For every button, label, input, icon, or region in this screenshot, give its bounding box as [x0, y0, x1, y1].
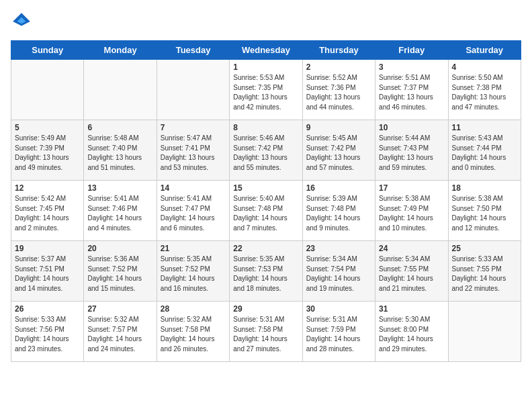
calendar-cell: 18Sunrise: 5:38 AM Sunset: 7:50 PM Dayli…	[448, 181, 521, 241]
calendar-week-row: 1Sunrise: 5:53 AM Sunset: 7:35 PM Daylig…	[11, 60, 521, 120]
calendar-week-row: 5Sunrise: 5:49 AM Sunset: 7:39 PM Daylig…	[11, 120, 521, 181]
calendar-cell: 7Sunrise: 5:47 AM Sunset: 7:41 PM Daylig…	[157, 120, 229, 181]
day-info: Sunrise: 5:32 AM Sunset: 7:58 PM Dayligh…	[161, 315, 226, 354]
day-number: 23	[306, 244, 371, 253]
day-info: Sunrise: 5:46 AM Sunset: 7:42 PM Dayligh…	[233, 134, 298, 173]
calendar-cell: 8Sunrise: 5:46 AM Sunset: 7:42 PM Daylig…	[230, 120, 302, 181]
day-number: 6	[87, 123, 152, 132]
day-info: Sunrise: 5:51 AM Sunset: 7:37 PM Dayligh…	[379, 73, 444, 112]
calendar-cell: 14Sunrise: 5:41 AM Sunset: 7:47 PM Dayli…	[157, 181, 229, 241]
col-header-sunday: Sunday	[11, 41, 84, 60]
day-info: Sunrise: 5:33 AM Sunset: 7:55 PM Dayligh…	[452, 255, 517, 293]
calendar-cell: 28Sunrise: 5:32 AM Sunset: 7:58 PM Dayli…	[157, 302, 229, 362]
calendar-cell: 11Sunrise: 5:43 AM Sunset: 7:44 PM Dayli…	[448, 120, 521, 181]
calendar-cell: 30Sunrise: 5:31 AM Sunset: 7:59 PM Dayli…	[302, 302, 375, 362]
day-number: 1	[233, 62, 298, 72]
calendar-cell: 27Sunrise: 5:32 AM Sunset: 7:57 PM Dayli…	[84, 302, 157, 362]
calendar-cell	[11, 60, 84, 120]
day-info: Sunrise: 5:35 AM Sunset: 7:53 PM Dayligh…	[233, 255, 298, 293]
calendar-week-row: 26Sunrise: 5:33 AM Sunset: 7:56 PM Dayli…	[11, 302, 521, 362]
calendar-table: SundayMondayTuesdayWednesdayThursdayFrid…	[11, 40, 521, 362]
day-info: Sunrise: 5:44 AM Sunset: 7:43 PM Dayligh…	[379, 134, 444, 173]
calendar-cell: 31Sunrise: 5:30 AM Sunset: 8:00 PM Dayli…	[375, 302, 448, 362]
day-info: Sunrise: 5:38 AM Sunset: 7:49 PM Dayligh…	[379, 194, 444, 233]
calendar-cell: 20Sunrise: 5:36 AM Sunset: 7:52 PM Dayli…	[84, 241, 157, 302]
day-number: 4	[452, 62, 517, 72]
calendar-cell: 16Sunrise: 5:39 AM Sunset: 7:48 PM Dayli…	[302, 181, 375, 241]
calendar-cell: 12Sunrise: 5:42 AM Sunset: 7:45 PM Dayli…	[11, 181, 84, 241]
calendar-cell: 23Sunrise: 5:34 AM Sunset: 7:54 PM Dayli…	[302, 241, 375, 302]
day-info: Sunrise: 5:32 AM Sunset: 7:57 PM Dayligh…	[87, 315, 152, 354]
calendar-cell: 13Sunrise: 5:41 AM Sunset: 7:46 PM Dayli…	[84, 181, 157, 241]
day-number: 29	[233, 304, 298, 314]
day-info: Sunrise: 5:41 AM Sunset: 7:46 PM Dayligh…	[87, 194, 152, 233]
calendar-cell: 26Sunrise: 5:33 AM Sunset: 7:56 PM Dayli…	[11, 302, 84, 362]
calendar-cell: 21Sunrise: 5:35 AM Sunset: 7:52 PM Dayli…	[157, 241, 229, 302]
day-info: Sunrise: 5:43 AM Sunset: 7:44 PM Dayligh…	[452, 134, 517, 173]
day-info: Sunrise: 5:33 AM Sunset: 7:56 PM Dayligh…	[15, 315, 80, 354]
day-number: 28	[161, 304, 226, 314]
day-number: 19	[15, 244, 80, 253]
col-header-saturday: Saturday	[448, 41, 521, 60]
day-info: Sunrise: 5:35 AM Sunset: 7:52 PM Dayligh…	[161, 255, 226, 293]
col-header-thursday: Thursday	[302, 41, 375, 60]
day-number: 3	[379, 62, 444, 72]
page-header	[11, 11, 521, 32]
day-info: Sunrise: 5:34 AM Sunset: 7:55 PM Dayligh…	[379, 255, 444, 293]
day-number: 11	[452, 123, 517, 132]
calendar-cell: 22Sunrise: 5:35 AM Sunset: 7:53 PM Dayli…	[230, 241, 302, 302]
day-info: Sunrise: 5:36 AM Sunset: 7:52 PM Dayligh…	[87, 255, 152, 293]
day-number: 8	[233, 123, 298, 132]
calendar-cell: 3Sunrise: 5:51 AM Sunset: 7:37 PM Daylig…	[375, 60, 448, 120]
day-number: 9	[306, 123, 371, 132]
day-info: Sunrise: 5:38 AM Sunset: 7:50 PM Dayligh…	[452, 194, 517, 233]
day-number: 21	[161, 244, 226, 253]
day-number: 24	[379, 244, 444, 253]
calendar-cell: 25Sunrise: 5:33 AM Sunset: 7:55 PM Dayli…	[448, 241, 521, 302]
day-info: Sunrise: 5:37 AM Sunset: 7:51 PM Dayligh…	[15, 255, 80, 293]
day-number: 30	[306, 304, 371, 314]
day-number: 27	[87, 304, 152, 314]
day-number: 7	[161, 123, 226, 132]
day-info: Sunrise: 5:41 AM Sunset: 7:47 PM Dayligh…	[161, 194, 226, 233]
day-number: 10	[379, 123, 444, 132]
day-info: Sunrise: 5:42 AM Sunset: 7:45 PM Dayligh…	[15, 194, 80, 233]
day-info: Sunrise: 5:34 AM Sunset: 7:54 PM Dayligh…	[306, 255, 371, 293]
col-header-wednesday: Wednesday	[230, 41, 302, 60]
day-info: Sunrise: 5:53 AM Sunset: 7:35 PM Dayligh…	[233, 73, 298, 112]
day-info: Sunrise: 5:39 AM Sunset: 7:48 PM Dayligh…	[306, 194, 371, 233]
col-header-tuesday: Tuesday	[157, 41, 229, 60]
calendar-week-row: 19Sunrise: 5:37 AM Sunset: 7:51 PM Dayli…	[11, 241, 521, 302]
calendar-week-row: 12Sunrise: 5:42 AM Sunset: 7:45 PM Dayli…	[11, 181, 521, 241]
day-number: 5	[15, 123, 80, 132]
calendar-cell: 15Sunrise: 5:40 AM Sunset: 7:48 PM Dayli…	[230, 181, 302, 241]
day-info: Sunrise: 5:31 AM Sunset: 7:59 PM Dayligh…	[306, 315, 371, 354]
day-number: 15	[233, 183, 298, 193]
day-info: Sunrise: 5:50 AM Sunset: 7:38 PM Dayligh…	[452, 73, 517, 112]
day-info: Sunrise: 5:49 AM Sunset: 7:39 PM Dayligh…	[15, 134, 80, 173]
day-number: 14	[161, 183, 226, 193]
calendar-cell: 6Sunrise: 5:48 AM Sunset: 7:40 PM Daylig…	[84, 120, 157, 181]
calendar-cell: 17Sunrise: 5:38 AM Sunset: 7:49 PM Dayli…	[375, 181, 448, 241]
calendar-cell	[157, 60, 229, 120]
calendar-cell: 29Sunrise: 5:31 AM Sunset: 7:58 PM Dayli…	[230, 302, 302, 362]
calendar-cell	[448, 302, 521, 362]
calendar-cell: 10Sunrise: 5:44 AM Sunset: 7:43 PM Dayli…	[375, 120, 448, 181]
calendar-cell: 2Sunrise: 5:52 AM Sunset: 7:36 PM Daylig…	[302, 60, 375, 120]
day-info: Sunrise: 5:48 AM Sunset: 7:40 PM Dayligh…	[87, 134, 152, 173]
day-info: Sunrise: 5:30 AM Sunset: 8:00 PM Dayligh…	[379, 315, 444, 354]
day-number: 17	[379, 183, 444, 193]
calendar-cell: 4Sunrise: 5:50 AM Sunset: 7:38 PM Daylig…	[448, 60, 521, 120]
day-number: 25	[452, 244, 517, 253]
day-info: Sunrise: 5:45 AM Sunset: 7:42 PM Dayligh…	[306, 134, 371, 173]
day-number: 26	[15, 304, 80, 314]
day-info: Sunrise: 5:40 AM Sunset: 7:48 PM Dayligh…	[233, 194, 298, 233]
day-number: 13	[87, 183, 152, 193]
col-header-monday: Monday	[84, 41, 157, 60]
calendar-cell	[84, 60, 157, 120]
calendar-cell: 1Sunrise: 5:53 AM Sunset: 7:35 PM Daylig…	[230, 60, 302, 120]
logo	[11, 11, 35, 32]
logo-icon	[11, 11, 32, 32]
col-header-friday: Friday	[375, 41, 448, 60]
day-info: Sunrise: 5:52 AM Sunset: 7:36 PM Dayligh…	[306, 73, 371, 112]
